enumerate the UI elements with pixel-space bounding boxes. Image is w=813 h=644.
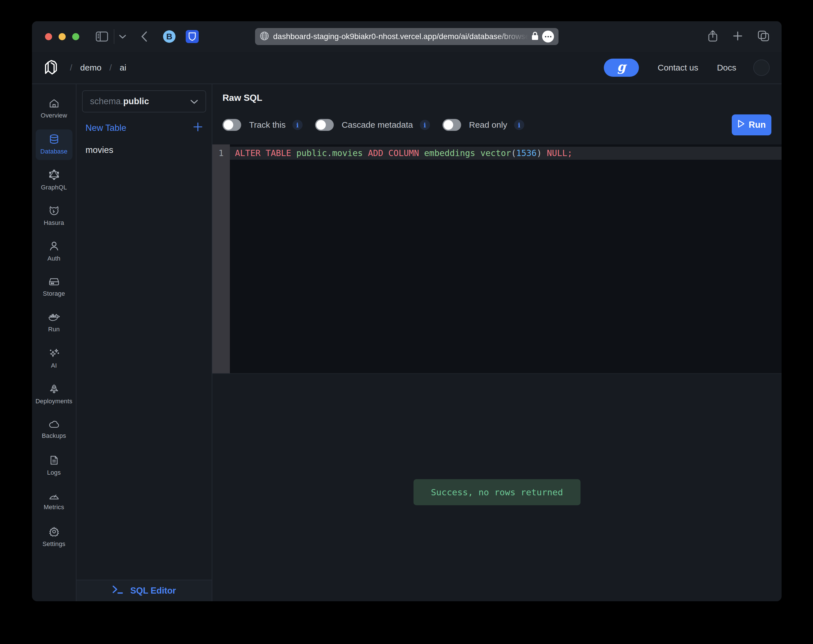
sidebar-item-database[interactable]: Database: [36, 129, 72, 160]
info-icon[interactable]: i: [420, 120, 430, 130]
table-item-movies[interactable]: movies: [77, 143, 212, 157]
breadcrumb-project[interactable]: demo: [80, 63, 101, 72]
play-icon: [737, 120, 745, 130]
schema-name: public: [123, 96, 149, 106]
info-icon[interactable]: i: [514, 120, 524, 130]
tables-panel: schema.public New Table movies: [77, 84, 212, 601]
docker-icon: [48, 313, 60, 323]
schema-prefix: schema.: [90, 96, 123, 106]
sidebar-item-backups[interactable]: Backups: [36, 415, 72, 445]
gauge-icon: [49, 492, 60, 501]
rocket-icon: [49, 384, 59, 395]
breadcrumb-separator: /: [109, 63, 112, 72]
cascade-metadata-toggle-group: Cascade metadata i: [315, 119, 430, 131]
back-button[interactable]: [141, 31, 147, 42]
nhost-logo[interactable]: [44, 59, 58, 76]
cloud-icon: [49, 421, 60, 429]
storage-icon: [49, 278, 59, 287]
sidebar-toggle-icon[interactable]: [96, 31, 108, 41]
chevron-down-icon: [190, 96, 198, 106]
new-table-button[interactable]: New Table: [77, 121, 212, 135]
feedback-pill-button[interactable]: g: [604, 58, 639, 77]
sidebar-item-settings[interactable]: Settings: [36, 522, 72, 552]
read-only-toggle[interactable]: [442, 119, 461, 131]
nav-rail: Overview Database: [32, 84, 77, 601]
browser-window: B dashboard-staging-ok9biakr0-nhost.verc…: [32, 21, 782, 601]
new-tab-icon[interactable]: [733, 31, 743, 42]
bitwarden-shield-icon[interactable]: [186, 30, 199, 43]
home-icon: [49, 99, 59, 109]
editor-code-area[interactable]: ALTER TABLE public.movies ADD COLUMN emb…: [230, 144, 782, 373]
sidebar-item-graphql[interactable]: GraphQL: [36, 165, 72, 196]
sidebar-item-storage[interactable]: Storage: [36, 272, 72, 303]
traffic-lights: [45, 33, 79, 40]
globe-icon: [260, 31, 269, 42]
graphql-icon: [49, 170, 59, 181]
breadcrumb-separator: /: [70, 63, 72, 72]
read-only-toggle-group: Read only i: [442, 119, 524, 131]
sql-controls: Track this i Cascade metadata i Read onl…: [222, 114, 772, 135]
zoom-window-button[interactable]: [72, 33, 79, 40]
close-window-button[interactable]: [45, 33, 52, 40]
line-number: 1: [212, 147, 230, 160]
plus-icon: [193, 122, 203, 134]
info-icon[interactable]: i: [292, 120, 303, 130]
url-text[interactable]: dashboard-staging-ok9biakr0-nhost.vercel…: [273, 32, 531, 41]
code-line[interactable]: ALTER TABLE public.movies ADD COLUMN emb…: [230, 147, 782, 160]
chrome-divider: [114, 29, 114, 44]
breadcrumb: / demo / ai: [70, 63, 126, 72]
sidebar-item-ai[interactable]: AI: [36, 343, 72, 374]
app-header: / demo / ai g Contact us Docs: [32, 52, 782, 84]
cascade-metadata-toggle[interactable]: [315, 119, 334, 131]
sidebar-item-overview[interactable]: Overview: [36, 94, 72, 124]
browser-chrome: B dashboard-staging-ok9biakr0-nhost.verc…: [32, 21, 782, 52]
gear-icon: [49, 527, 59, 538]
sidebar-item-auth[interactable]: Auth: [36, 236, 72, 267]
breadcrumb-app[interactable]: ai: [120, 63, 126, 72]
tab-overview-icon[interactable]: [758, 31, 769, 43]
extension-b-icon[interactable]: B: [163, 30, 176, 43]
sql-editor-button[interactable]: SQL Editor: [77, 580, 212, 601]
hasura-icon: [49, 205, 59, 216]
editor-gutter: 1: [212, 144, 230, 373]
sidebar-item-hasura[interactable]: Hasura: [36, 201, 72, 232]
track-this-toggle-group: Track this i: [222, 119, 303, 131]
share-icon[interactable]: [708, 30, 718, 43]
raw-sql-panel: Raw SQL Track this i Cascade metadata i …: [212, 84, 782, 601]
sidebar-item-deployments[interactable]: Deployments: [36, 379, 72, 410]
schema-select[interactable]: schema.public: [82, 90, 206, 112]
docs-link[interactable]: Docs: [717, 63, 736, 72]
success-message: Success, no rows returned: [413, 479, 580, 505]
document-icon: [50, 455, 58, 466]
run-button[interactable]: Run: [732, 114, 772, 135]
sparkles-icon: [49, 348, 59, 359]
minimize-window-button[interactable]: [58, 33, 66, 40]
terminal-icon: [112, 585, 123, 596]
user-avatar[interactable]: [753, 60, 770, 76]
query-results-area: Success, no rows returned: [212, 373, 782, 601]
track-this-toggle[interactable]: [222, 119, 241, 131]
contact-us-link[interactable]: Contact us: [658, 63, 698, 72]
sidebar-item-metrics[interactable]: Metrics: [36, 486, 72, 517]
database-icon: [49, 134, 59, 145]
url-bar[interactable]: dashboard-staging-ok9biakr0-nhost.vercel…: [255, 28, 559, 45]
user-icon: [49, 241, 58, 252]
lock-icon: [531, 31, 539, 41]
sidebar-item-run[interactable]: Run: [36, 308, 72, 339]
sidebar-item-logs[interactable]: Logs: [36, 451, 72, 481]
reader-options-button[interactable]: [542, 31, 554, 43]
chevron-down-icon[interactable]: [119, 34, 126, 39]
page-title: Raw SQL: [222, 93, 782, 103]
sql-code-editor[interactable]: 1 ALTER TABLE public.movies ADD COLUMN e…: [212, 144, 782, 373]
